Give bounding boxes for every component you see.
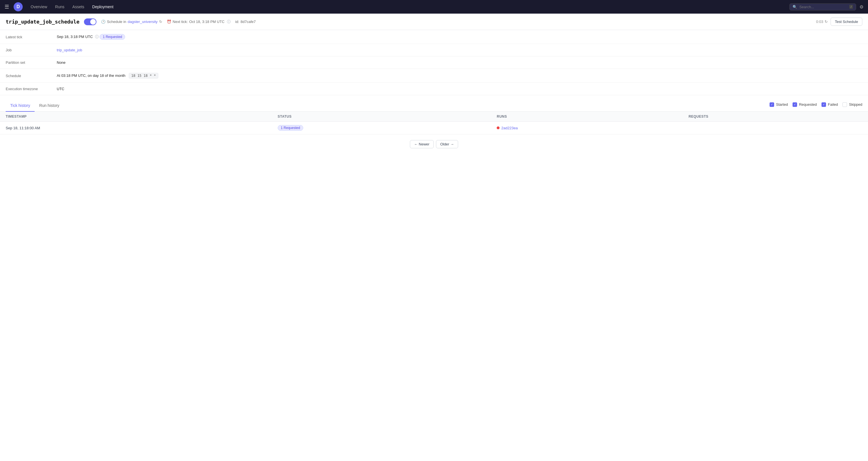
nav-links: OverviewRunsAssetsDeployment (27, 3, 785, 11)
nav-link-assets[interactable]: Assets (69, 3, 88, 11)
clock-icon: 🕐 (101, 20, 105, 24)
skipped-checkbox[interactable] (842, 102, 847, 107)
search-input[interactable] (799, 5, 847, 9)
run-status-dot (497, 127, 499, 129)
filter-bar: ✓ Started ✓ Requested ✓ Failed Skipped (764, 98, 868, 111)
tick-history-table: Timestamp Status Runs Requests Sep 18, 1… (0, 112, 868, 134)
partition-set-row: Partition set None (0, 57, 868, 69)
latest-tick-value: Sep 18, 3:18 PM UTC ⓘ 1 Requested (51, 30, 868, 44)
schedule-row: Schedule At 03:18 PM UTC, on day 18 of t… (0, 69, 868, 83)
filter-failed[interactable]: ✓ Failed (822, 102, 838, 107)
col-status: Status (272, 112, 491, 122)
next-tick: ⏰ Next tick: Oct 18, 3:18 PM UTC ⓘ (167, 19, 231, 24)
requested-label: Requested (799, 102, 817, 107)
col-runs: Runs (491, 112, 683, 122)
started-checkbox[interactable]: ✓ (770, 102, 774, 107)
next-tick-value: Oct 18, 3:18 PM UTC (189, 20, 224, 24)
timer-refresh-icon[interactable]: ↻ (825, 20, 828, 24)
nav-link-overview[interactable]: Overview (27, 3, 51, 11)
top-nav: ☰ D OverviewRunsAssetsDeployment 🔍 / ⚙ (0, 0, 868, 13)
started-label: Started (776, 102, 788, 107)
latest-tick-badge: 1 Requested (99, 34, 125, 40)
job-row: Job trip_update_job (0, 44, 868, 57)
alarm-icon: ⏰ (167, 20, 171, 24)
test-schedule-button[interactable]: Test Schedule (831, 18, 862, 26)
execution-timezone-value: UTC (51, 83, 868, 95)
gear-icon[interactable]: ⚙ (860, 4, 864, 10)
job-label: Job (0, 44, 51, 57)
search-bar[interactable]: 🔍 / (789, 3, 856, 10)
status-badge: 1 Requested (278, 125, 303, 131)
info-table: Latest tick Sep 18, 3:18 PM UTC ⓘ 1 Requ… (0, 30, 868, 95)
hamburger-icon[interactable]: ☰ (4, 4, 9, 10)
col-requests: Requests (683, 112, 868, 122)
execution-timezone-row: Execution timezone UTC (0, 83, 868, 95)
nav-link-runs[interactable]: Runs (52, 3, 68, 11)
filter-requested[interactable]: ✓ Requested (793, 102, 817, 107)
schedule-row-label: Schedule (0, 69, 51, 83)
latest-tick-timestamp: Sep 18, 3:18 PM UTC (57, 35, 93, 39)
requested-checkbox[interactable]: ✓ (793, 102, 797, 107)
schedule-id: id: 8d7cafe7 (235, 20, 255, 24)
newer-button[interactable]: ← Newer (410, 140, 434, 148)
schedule-row-value: At 03:18 PM UTC, on day 18 of the month … (51, 69, 868, 83)
tab-tick-history[interactable]: Tick history (6, 100, 35, 112)
failed-checkbox[interactable]: ✓ (822, 102, 826, 107)
search-shortcut: / (849, 5, 853, 9)
refresh-small-icon[interactable]: ↻ (159, 20, 162, 24)
schedule-title: trip_update_job_schedule (6, 19, 80, 25)
app-logo: D (13, 2, 23, 11)
row-timestamp: Sep 18, 11:18:00 AM (0, 122, 272, 134)
tab-run-history[interactable]: Run history (35, 100, 64, 112)
schedule-text: At 03:18 PM UTC, on day 18 of the month (57, 73, 125, 78)
schedule-header: trip_update_job_schedule 🕐 Schedule in d… (0, 13, 868, 30)
job-link[interactable]: trip_update_job (57, 48, 82, 52)
nav-right: 🔍 / ⚙ (789, 3, 864, 10)
id-label: id: (235, 20, 239, 24)
search-icon: 🔍 (793, 5, 797, 9)
refresh-timer: 0:03 ↻ (816, 20, 828, 24)
pagination: ← Newer Older → (0, 134, 868, 154)
skipped-label: Skipped (849, 102, 862, 107)
latest-tick-row: Latest tick Sep 18, 3:18 PM UTC ⓘ 1 Requ… (0, 30, 868, 44)
timer-value: 0:03 (816, 20, 823, 24)
filter-started[interactable]: ✓ Started (770, 102, 788, 107)
header-meta: 🕐 Schedule in dagster_university ↻ ⏰ Nex… (101, 19, 811, 24)
schedule-toggle[interactable] (84, 19, 96, 25)
row-runs: 2ad223ea (491, 122, 683, 134)
table-header-row: Timestamp Status Runs Requests (0, 112, 868, 122)
latest-tick-info-icon: ⓘ (95, 35, 99, 39)
cron-badge: 18 15 18 * * (129, 73, 159, 78)
id-value: 8d7cafe7 (241, 20, 256, 24)
section-tabs: Tick history Run history (0, 100, 764, 111)
older-button[interactable]: Older → (436, 140, 458, 148)
filter-skipped[interactable]: Skipped (842, 102, 862, 107)
header-right: 0:03 ↻ Test Schedule (816, 18, 862, 26)
nav-link-deployment[interactable]: Deployment (89, 3, 117, 11)
table-row: Sep 18, 11:18:00 AM1 Requested2ad223ea (0, 122, 868, 134)
partition-set-value: None (51, 57, 868, 69)
col-timestamp: Timestamp (0, 112, 272, 122)
latest-tick-label: Latest tick (0, 30, 51, 44)
execution-timezone-label: Execution timezone (0, 83, 51, 95)
schedule-location-link[interactable]: dagster_university (128, 20, 158, 24)
next-tick-label: Next tick: (173, 20, 188, 24)
row-status: 1 Requested (272, 122, 491, 134)
failed-label: Failed (828, 102, 838, 107)
schedule-location: 🕐 Schedule in dagster_university ↻ (101, 20, 162, 24)
partition-set-label: Partition set (0, 57, 51, 69)
run-link[interactable]: 2ad223ea (497, 126, 677, 130)
schedule-location-label: Schedule in (107, 20, 126, 24)
job-value: trip_update_job (51, 44, 868, 57)
row-requests (683, 122, 868, 134)
info-icon: ⓘ (227, 19, 230, 24)
